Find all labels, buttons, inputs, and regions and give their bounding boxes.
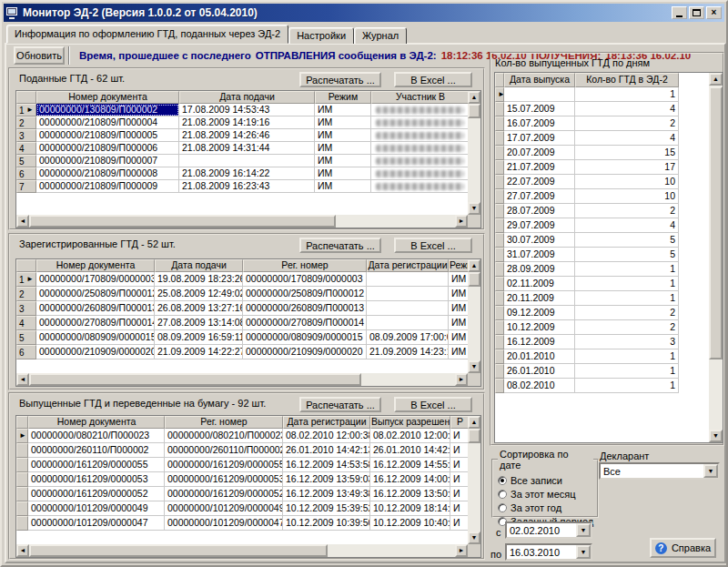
table-cell[interactable] bbox=[371, 104, 468, 116]
table-row[interactable]: 02.11.20091 bbox=[495, 277, 709, 291]
table-cell[interactable]: 00000000/210909/0000020 bbox=[243, 345, 367, 359]
table-cell[interactable]: 00000000/260809/П000013 bbox=[243, 301, 367, 316]
tab-journal[interactable]: Журнал bbox=[354, 27, 407, 44]
row-header[interactable] bbox=[495, 364, 504, 379]
table-cell[interactable] bbox=[367, 287, 449, 301]
column-header[interactable]: Выпуск разрешен bbox=[370, 416, 450, 429]
vertical-scrollbar[interactable]: ▲ ▼ bbox=[468, 416, 480, 544]
row-header[interactable] bbox=[495, 277, 504, 291]
table-row[interactable]: 400000000/210809/П00000621.08.2009 14:31… bbox=[16, 142, 468, 155]
table-cell[interactable]: 20.07.2009 bbox=[504, 146, 575, 160]
row-header[interactable] bbox=[495, 189, 504, 204]
row-header[interactable] bbox=[495, 175, 504, 189]
table-cell[interactable]: И bbox=[450, 472, 468, 487]
table-cell[interactable]: 21.08.2009 14:31:44 bbox=[179, 142, 315, 155]
table-cell[interactable]: 5 bbox=[575, 248, 679, 262]
scroll-down-icon[interactable]: ▼ bbox=[709, 430, 723, 442]
row-header[interactable] bbox=[495, 102, 504, 116]
table-cell[interactable]: 00000000/210809/П000008 bbox=[36, 167, 179, 180]
table-row[interactable]: 600000000/210909/000002021.09.2009 14:22… bbox=[16, 345, 468, 359]
table-cell[interactable]: 00000000/250809/П000012 bbox=[36, 287, 155, 301]
table-cell[interactable]: 10.12.2009 bbox=[504, 320, 575, 335]
table-cell[interactable]: 00000000/161209/0000053 bbox=[165, 472, 283, 487]
table-cell[interactable]: 00000000/210809/П000004 bbox=[36, 116, 179, 129]
table-cell[interactable]: 21.09.2009 14:23:15 bbox=[367, 345, 449, 359]
table-cell[interactable]: 00000000/101209/0000047 bbox=[28, 516, 165, 531]
table-cell[interactable]: 20.01.2010 bbox=[504, 349, 575, 364]
column-header[interactable]: Дата выпуска bbox=[504, 73, 575, 87]
column-header[interactable]: Кол-во ГТД в ЭД-2 bbox=[575, 73, 679, 87]
table-cell[interactable]: 00000000/080210/П000023 bbox=[165, 429, 283, 443]
table-cell[interactable]: 15.07.2009 bbox=[504, 102, 575, 116]
table-cell[interactable]: 1 bbox=[575, 262, 679, 277]
table-row[interactable]: 200000000/250809/П00001225.08.2009 12:49… bbox=[16, 287, 468, 301]
table-cell[interactable]: 16.12.2009 13:59:03 bbox=[283, 472, 370, 487]
row-header[interactable]: 4 bbox=[16, 316, 36, 330]
table-row[interactable]: 28.09.20091 bbox=[495, 262, 709, 277]
row-header[interactable]: ► bbox=[495, 87, 504, 102]
table-cell[interactable]: 17.07.2009 bbox=[504, 131, 575, 146]
table-cell[interactable]: ИМ bbox=[315, 155, 371, 167]
scroll-right-icon[interactable]: ► bbox=[455, 544, 468, 557]
table-cell[interactable]: ИМ bbox=[449, 316, 468, 330]
scroll-left-icon[interactable]: ◄ bbox=[16, 215, 29, 228]
table-cell[interactable]: 16.12.2009 14:55:16 bbox=[370, 458, 450, 472]
table-row[interactable]: 20.11.20091 bbox=[495, 291, 709, 306]
column-header[interactable]: Режи bbox=[449, 259, 468, 272]
row-header[interactable]: 1► bbox=[16, 104, 36, 116]
table-cell[interactable]: 16.12.2009 bbox=[504, 335, 575, 349]
table-cell[interactable]: 26.01.2010 14:42:30 bbox=[370, 443, 450, 458]
minimize-button[interactable] bbox=[672, 6, 687, 19]
table-cell[interactable]: 09.12.2009 bbox=[504, 306, 575, 320]
row-header[interactable] bbox=[16, 487, 28, 501]
table-cell[interactable]: 28.07.2009 bbox=[504, 204, 575, 218]
table-cell[interactable]: ИМ bbox=[449, 345, 468, 359]
table-cell[interactable]: 16.12.2009 13:50:01 bbox=[370, 487, 450, 501]
table-row[interactable]: 1►00000000/170809/000000319.08.2009 18:2… bbox=[16, 272, 468, 287]
table-cell[interactable] bbox=[371, 167, 468, 180]
table-cell[interactable]: 2 bbox=[575, 306, 679, 320]
table-cell[interactable]: И bbox=[450, 516, 468, 531]
table-row[interactable]: 22.07.200910 bbox=[495, 175, 709, 189]
table-cell[interactable]: 21.08.2009 16:14:22 bbox=[179, 167, 315, 180]
scroll-left-icon[interactable]: ◄ bbox=[16, 544, 29, 557]
table-cell[interactable]: 15 bbox=[575, 146, 679, 160]
row-header[interactable]: 7 bbox=[16, 180, 36, 193]
table-row[interactable]: 700000000/210809/П00000921.08.2009 16:23… bbox=[16, 180, 468, 193]
row-header[interactable] bbox=[495, 116, 504, 131]
chevron-down-icon[interactable]: ▼ bbox=[703, 464, 718, 478]
scroll-right-icon[interactable]: ► bbox=[455, 373, 468, 386]
table-cell[interactable]: 20.11.2009 bbox=[504, 291, 575, 306]
scroll-right-icon[interactable]: ► bbox=[455, 215, 468, 228]
table-cell[interactable]: 00000000/260809/П000013 bbox=[36, 301, 155, 316]
table-row[interactable]: 00000000/260110/П00000200000000/260110/П… bbox=[16, 443, 468, 458]
table-cell[interactable]: ИМ bbox=[315, 180, 371, 193]
table-cell[interactable]: 27.07.2009 bbox=[504, 189, 575, 204]
table-cell[interactable]: 00000000/210909/0000020 bbox=[36, 345, 155, 359]
row-header[interactable]: 5 bbox=[16, 330, 36, 345]
table-cell[interactable]: 00000000/080909/0000015 bbox=[243, 330, 367, 345]
table-row[interactable]: 500000000/210809/П000007ИМ bbox=[16, 155, 468, 167]
table-cell[interactable]: 29.07.2009 bbox=[504, 218, 575, 233]
table-cell[interactable]: 1 bbox=[575, 87, 679, 102]
column-header[interactable]: Участник В bbox=[371, 91, 468, 104]
table-cell[interactable]: 2 bbox=[575, 204, 679, 218]
table-cell[interactable]: 30.07.2009 bbox=[504, 233, 575, 248]
row-header[interactable] bbox=[495, 218, 504, 233]
row-header[interactable]: 3 bbox=[16, 301, 36, 316]
date-to-select[interactable]: 16.03.2010 ▼ bbox=[505, 543, 592, 561]
table-cell[interactable]: 00000000/161209/0000052 bbox=[28, 487, 165, 501]
table-cell[interactable]: 10.12.2009 18:14:31 bbox=[370, 501, 450, 516]
row-header[interactable] bbox=[16, 501, 28, 516]
table-cell[interactable]: 25.08.2009 12:49:02 bbox=[155, 287, 243, 301]
row-header[interactable] bbox=[495, 146, 504, 160]
table-cell[interactable]: 00000000/101209/0000047 bbox=[165, 516, 283, 531]
table-cell[interactable]: 4 bbox=[575, 102, 679, 116]
scrollbar-thumb[interactable] bbox=[29, 373, 361, 386]
table-cell[interactable]: 5 bbox=[575, 233, 679, 248]
table-cell[interactable]: 08.09.2009 17:00:03 bbox=[367, 330, 449, 345]
row-header[interactable] bbox=[495, 379, 504, 393]
table-row[interactable]: 500000000/080909/000001508.09.2009 16:59… bbox=[16, 330, 468, 345]
table-cell[interactable] bbox=[371, 155, 468, 167]
table-cell[interactable]: 00000000/270809/П000014 bbox=[36, 316, 155, 330]
